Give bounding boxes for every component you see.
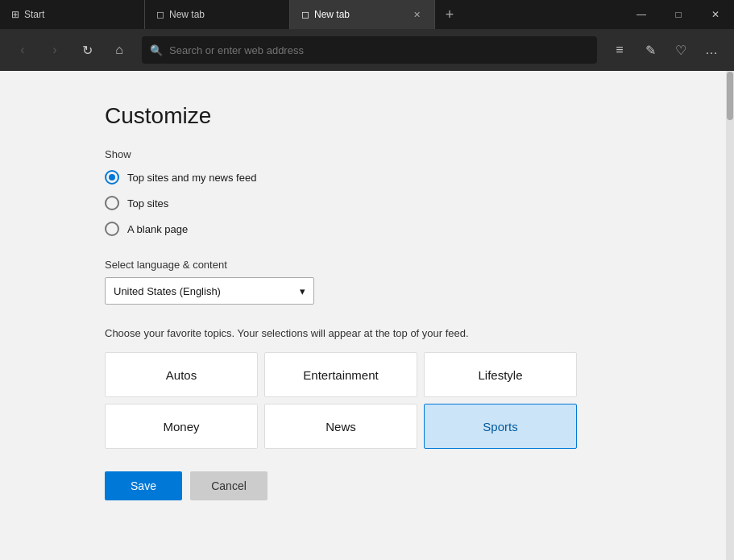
radio-feed-label: Top sites and my news feed [127,172,256,184]
language-select[interactable]: United States (English) ▾ [105,277,314,305]
save-button[interactable]: Save [105,471,182,500]
topic-money-label: Money [163,420,199,433]
tab-start-label: Start [24,9,44,20]
radio-sites-indicator [105,196,119,210]
scrollbar[interactable] [726,71,734,560]
show-label: Show [105,148,629,160]
topic-money[interactable]: Money [105,404,258,449]
maximize-button[interactable]: □ [660,0,697,29]
topic-news[interactable]: News [264,404,417,449]
topic-autos-label: Autos [166,368,197,382]
new-tab-button[interactable]: + [435,0,464,29]
refresh-button[interactable]: ↻ [73,35,102,64]
topic-autos[interactable]: Autos [105,352,258,397]
radio-blank-indicator [105,222,119,236]
close-button[interactable]: ✕ [697,0,734,29]
language-select-value: United States (English) [114,285,221,297]
note-button[interactable]: ✎ [636,35,665,64]
chevron-down-icon: ▾ [300,285,305,297]
radio-option-sites[interactable]: Top sites [105,196,629,210]
radio-group: Top sites and my news feed Top sites A b… [105,170,629,236]
address-input[interactable] [169,44,589,56]
more-button[interactable]: … [697,35,726,64]
home-button[interactable]: ⌂ [105,35,134,64]
tab-1[interactable]: ◻ New tab [145,0,290,29]
radio-option-blank[interactable]: A blank page [105,222,629,236]
start-icon: ⊞ [11,9,19,20]
tab-2[interactable]: ◻ New tab ✕ [290,0,435,29]
radio-option-feed[interactable]: Top sites and my news feed [105,170,629,185]
topic-lifestyle-label: Lifestyle [478,368,522,382]
topic-sports-label: Sports [483,420,517,433]
favorites-button[interactable]: ♡ [666,35,695,64]
tab1-label: New tab [169,9,205,20]
topic-sports[interactable]: Sports [424,404,577,449]
topics-grid: Autos Entertainment Lifestyle Money News… [105,352,629,449]
tab2-icon: ◻ [301,9,309,20]
tab2-close-button[interactable]: ✕ [410,8,423,21]
select-section: Select language & content United States … [105,259,629,305]
page-title: Customize [105,103,629,129]
toolbar-right: ≡ ✎ ♡ … [605,35,726,64]
topics-label: Choose your favorite topics. Your select… [105,327,629,339]
topic-entertainment-label: Entertainment [303,368,378,382]
topic-news-label: News [326,420,356,433]
back-button[interactable]: ‹ [8,35,37,64]
tab-start[interactable]: ⊞ Start [0,0,145,29]
hamburger-button[interactable]: ≡ [605,35,634,64]
content-area: Customize Show Top sites and my news fee… [0,71,734,560]
address-bar[interactable]: 🔍 [142,36,597,64]
page: Customize Show Top sites and my news fee… [0,71,734,560]
forward-button[interactable]: › [40,35,69,64]
tab2-label: New tab [314,9,350,20]
topic-entertainment[interactable]: Entertainment [264,352,417,397]
actions: Save Cancel [105,471,629,500]
scrollbar-thumb[interactable] [727,72,733,120]
topic-lifestyle[interactable]: Lifestyle [424,352,577,397]
select-label: Select language & content [105,259,629,271]
radio-blank-label: A blank page [127,223,188,235]
toolbar: ‹ › ↻ ⌂ 🔍 ≡ ✎ ♡ … [0,29,734,71]
radio-sites-label: Top sites [127,197,168,209]
window-controls: — □ ✕ [623,0,734,29]
search-icon: 🔍 [150,44,163,56]
tab1-icon: ◻ [156,9,164,20]
radio-feed-indicator [105,170,119,185]
minimize-button[interactable]: — [623,0,660,29]
titlebar: ⊞ Start ◻ New tab ◻ New tab ✕ + — □ ✕ [0,0,734,29]
cancel-button[interactable]: Cancel [190,471,267,500]
